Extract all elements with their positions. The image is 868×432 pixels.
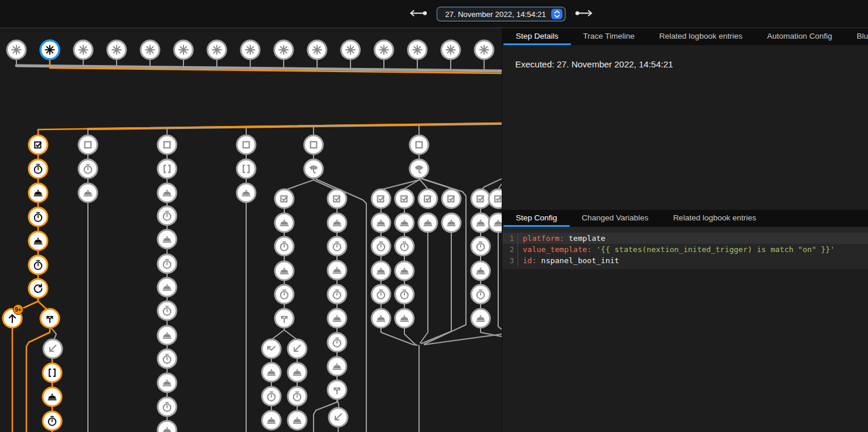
trace-node[interactable]: [158, 183, 176, 202]
trace-node[interactable]: [158, 349, 176, 368]
trace-node[interactable]: [471, 309, 490, 328]
trace-node[interactable]: [328, 189, 346, 208]
trace-node[interactable]: [43, 411, 62, 430]
trace-node[interactable]: [395, 237, 414, 256]
trace-node[interactable]: [7, 40, 26, 59]
trace-node[interactable]: [328, 237, 346, 256]
trace-node[interactable]: [341, 40, 360, 59]
trace-node[interactable]: [372, 261, 390, 280]
trace-node[interactable]: [395, 213, 414, 232]
trace-node[interactable]: [408, 40, 427, 59]
trace-node[interactable]: [262, 411, 281, 430]
yaml-code-editor[interactable]: 1platform: template2value_template: '{{ …: [502, 227, 868, 269]
trace-node[interactable]: [158, 159, 176, 178]
trace-node[interactable]: [328, 285, 346, 304]
trace-node[interactable]: [237, 183, 256, 202]
trace-node[interactable]: [471, 285, 490, 304]
trace-node[interactable]: [29, 159, 47, 178]
trace-node[interactable]: [329, 408, 348, 427]
trace-node[interactable]: [237, 159, 256, 178]
trace-node[interactable]: [275, 285, 294, 304]
tab-related-logbook-entries[interactable]: Related logbook entries: [647, 28, 755, 45]
trace-node[interactable]: [141, 40, 159, 59]
tab-step-details[interactable]: Step Details: [503, 28, 571, 45]
trace-node[interactable]: [328, 380, 346, 399]
trace-node[interactable]: [304, 159, 323, 178]
trace-node[interactable]: [308, 40, 326, 59]
trace-node[interactable]: [40, 309, 59, 328]
trace-node[interactable]: [395, 309, 414, 328]
trace-node[interactable]: [489, 189, 502, 208]
trace-node[interactable]: [275, 189, 294, 208]
trace-node[interactable]: [275, 309, 294, 328]
trace-node[interactable]: [241, 40, 260, 59]
trace-node[interactable]: [328, 333, 346, 352]
trace-node[interactable]: [410, 159, 428, 178]
trace-node[interactable]: [275, 213, 294, 232]
tab-related-logbook-entries[interactable]: Related logbook entries: [661, 210, 768, 227]
trace-node[interactable]: [288, 387, 307, 406]
run-datetime-select[interactable]: 27. November 2022, 14:54:21: [436, 6, 566, 22]
trace-node[interactable]: [274, 40, 293, 59]
trace-node[interactable]: [43, 363, 62, 382]
tab-blueprint-config[interactable]: Blueprint Config: [845, 28, 868, 45]
trace-node[interactable]: [489, 213, 502, 232]
tab-step-config[interactable]: Step Config: [503, 210, 570, 227]
trace-node[interactable]: [372, 237, 390, 256]
trace-node[interactable]: [372, 285, 390, 304]
trace-node[interactable]: [29, 135, 47, 154]
trace-node[interactable]: [304, 135, 323, 154]
trace-node[interactable]: [158, 326, 176, 345]
trace-node[interactable]: [262, 363, 281, 382]
trace-node[interactable]: [29, 183, 47, 202]
trace-node[interactable]: [43, 387, 62, 406]
trace-node[interactable]: [375, 40, 393, 59]
trace-node[interactable]: [372, 309, 390, 328]
trace-node[interactable]: [471, 261, 490, 280]
trace-node[interactable]: [475, 40, 493, 59]
trace-node[interactable]: [328, 309, 346, 328]
trace-node[interactable]: [328, 213, 346, 232]
previous-run-button[interactable]: [407, 8, 428, 20]
trace-node[interactable]: [158, 135, 176, 154]
trace-node[interactable]: [40, 40, 59, 59]
trace-node[interactable]: [158, 397, 176, 416]
trace-node[interactable]: [288, 411, 307, 430]
trace-node[interactable]: [79, 135, 97, 154]
trace-node[interactable]: [372, 189, 390, 208]
tab-changed-variables[interactable]: Changed Variables: [570, 210, 661, 227]
trace-node[interactable]: [395, 261, 414, 280]
trace-node[interactable]: [29, 256, 47, 274]
trace-node[interactable]: [43, 339, 62, 358]
trace-node[interactable]: [275, 261, 294, 280]
trace-node[interactable]: [74, 40, 93, 59]
trace-node[interactable]: [471, 237, 490, 256]
next-run-button[interactable]: [574, 8, 595, 20]
trace-node[interactable]: [158, 254, 176, 273]
trace-node[interactable]: [395, 285, 414, 304]
trace-node[interactable]: [372, 213, 390, 232]
trace-node[interactable]: [418, 189, 437, 208]
trace-node[interactable]: [288, 339, 307, 358]
trace-node[interactable]: [107, 40, 126, 59]
trace-graph-canvas[interactable]: 9+: [0, 28, 502, 432]
trace-node[interactable]: [158, 373, 176, 392]
trace-node[interactable]: [288, 363, 307, 382]
trace-node[interactable]: [262, 387, 281, 406]
trace-node[interactable]: [442, 213, 461, 232]
trace-node[interactable]: [79, 159, 97, 178]
trace-node[interactable]: [471, 189, 490, 208]
trace-node[interactable]: [262, 339, 281, 358]
trace-node[interactable]: [79, 183, 97, 202]
trace-node[interactable]: [275, 237, 294, 256]
trace-node[interactable]: [328, 261, 346, 280]
trace-node[interactable]: [395, 189, 414, 208]
trace-node[interactable]: [158, 278, 176, 297]
trace-node[interactable]: [29, 208, 47, 226]
trace-node[interactable]: [174, 40, 193, 59]
trace-node[interactable]: [237, 135, 256, 154]
tab-automation-config[interactable]: Automation Config: [755, 28, 845, 45]
trace-node[interactable]: [158, 421, 176, 432]
trace-node[interactable]: [471, 213, 490, 232]
trace-node[interactable]: [29, 232, 47, 250]
